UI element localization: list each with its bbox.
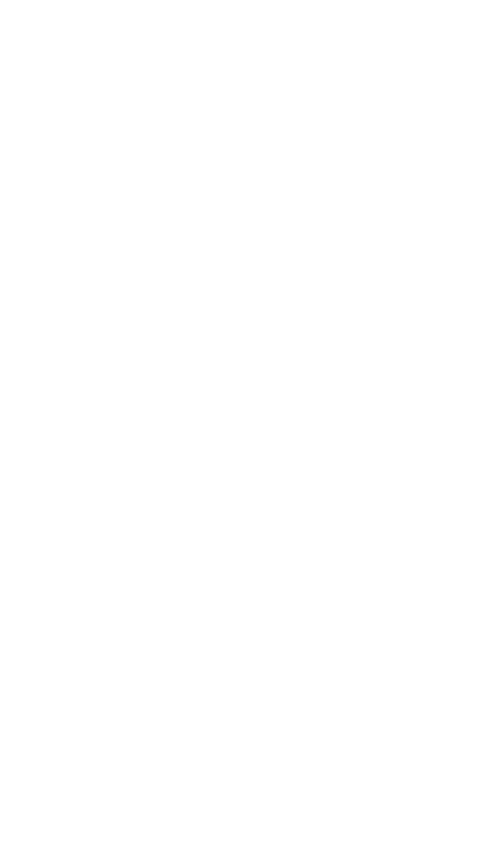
bracket-layout [7,18,497,39]
